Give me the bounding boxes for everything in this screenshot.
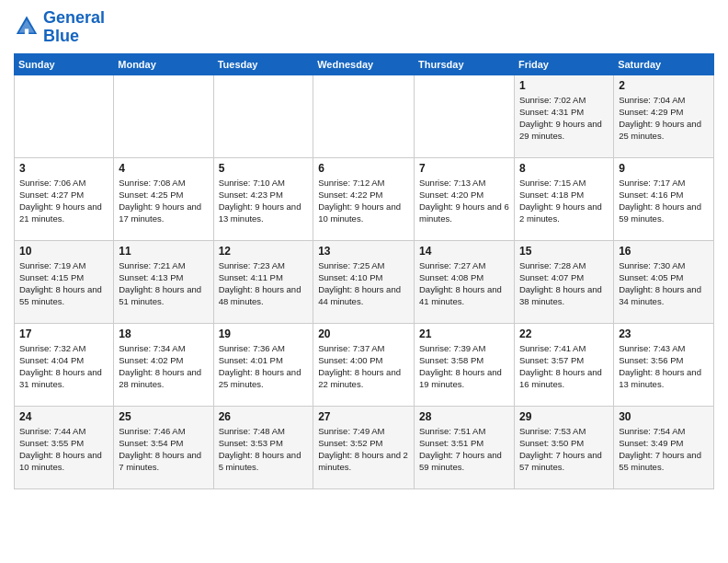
day-info: Sunrise: 7:28 AMSunset: 4:07 PMDaylight:… <box>519 259 609 308</box>
calendar-day-cell: 7Sunrise: 7:13 AMSunset: 4:20 PMDaylight… <box>415 157 515 240</box>
day-info: Sunrise: 7:12 AMSunset: 4:22 PMDaylight:… <box>318 177 409 225</box>
calendar-day-cell: 19Sunrise: 7:36 AMSunset: 4:01 PMDayligh… <box>213 323 313 406</box>
calendar-day-cell: 14Sunrise: 7:27 AMSunset: 4:08 PMDayligh… <box>415 240 515 323</box>
day-number: 6 <box>318 162 409 175</box>
calendar-day-cell: 12Sunrise: 7:23 AMSunset: 4:11 PMDayligh… <box>213 240 313 323</box>
day-number: 7 <box>419 162 509 175</box>
day-info: Sunrise: 7:10 AMSunset: 4:23 PMDaylight:… <box>219 177 309 225</box>
calendar-day-cell <box>15 75 114 157</box>
day-info: Sunrise: 7:37 AMSunset: 4:00 PMDaylight:… <box>318 342 409 391</box>
day-info: Sunrise: 7:34 AMSunset: 4:02 PMDaylight:… <box>119 342 208 391</box>
calendar-day-cell: 29Sunrise: 7:53 AMSunset: 3:50 PMDayligh… <box>514 406 613 488</box>
calendar-day-cell: 4Sunrise: 7:08 AMSunset: 4:25 PMDaylight… <box>114 157 213 240</box>
day-number: 14 <box>419 245 509 258</box>
calendar-day-cell: 22Sunrise: 7:41 AMSunset: 3:57 PMDayligh… <box>514 323 613 406</box>
day-info: Sunrise: 7:49 AMSunset: 3:52 PMDaylight:… <box>318 425 409 474</box>
calendar-week-row: 10Sunrise: 7:19 AMSunset: 4:15 PMDayligh… <box>15 240 714 323</box>
day-info: Sunrise: 7:41 AMSunset: 3:57 PMDaylight:… <box>519 342 609 391</box>
calendar-day-cell: 3Sunrise: 7:06 AMSunset: 4:27 PMDaylight… <box>15 157 114 240</box>
day-info: Sunrise: 7:43 AMSunset: 3:56 PMDaylight:… <box>619 342 709 391</box>
day-info: Sunrise: 7:53 AMSunset: 3:50 PMDaylight:… <box>519 425 609 474</box>
weekday-header: Sunday <box>15 53 114 75</box>
calendar-day-cell: 24Sunrise: 7:44 AMSunset: 3:55 PMDayligh… <box>15 406 114 488</box>
page-header: General Blue <box>14 9 714 46</box>
day-info: Sunrise: 7:27 AMSunset: 4:08 PMDaylight:… <box>419 259 509 308</box>
calendar-day-cell: 11Sunrise: 7:21 AMSunset: 4:13 PMDayligh… <box>114 240 213 323</box>
calendar-day-cell: 25Sunrise: 7:46 AMSunset: 3:54 PMDayligh… <box>114 406 213 488</box>
day-number: 10 <box>19 245 108 258</box>
day-info: Sunrise: 7:23 AMSunset: 4:11 PMDaylight:… <box>219 259 309 308</box>
day-number: 9 <box>619 162 709 175</box>
calendar-day-cell: 1Sunrise: 7:02 AMSunset: 4:31 PMDaylight… <box>514 75 613 157</box>
calendar-week-row: 1Sunrise: 7:02 AMSunset: 4:31 PMDaylight… <box>15 75 714 157</box>
day-number: 12 <box>219 245 309 258</box>
day-info: Sunrise: 7:25 AMSunset: 4:10 PMDaylight:… <box>318 259 409 308</box>
calendar-day-cell: 10Sunrise: 7:19 AMSunset: 4:15 PMDayligh… <box>15 240 114 323</box>
calendar-day-cell: 15Sunrise: 7:28 AMSunset: 4:07 PMDayligh… <box>514 240 613 323</box>
calendar-day-cell: 6Sunrise: 7:12 AMSunset: 4:22 PMDaylight… <box>313 157 415 240</box>
calendar-day-cell <box>313 75 415 157</box>
calendar-week-row: 24Sunrise: 7:44 AMSunset: 3:55 PMDayligh… <box>15 406 714 488</box>
day-info: Sunrise: 7:19 AMSunset: 4:15 PMDaylight:… <box>19 259 108 308</box>
day-info: Sunrise: 7:54 AMSunset: 3:49 PMDaylight:… <box>619 425 709 474</box>
calendar-day-cell: 17Sunrise: 7:32 AMSunset: 4:04 PMDayligh… <box>15 323 114 406</box>
day-info: Sunrise: 7:15 AMSunset: 4:18 PMDaylight:… <box>519 177 609 225</box>
day-number: 15 <box>519 245 609 258</box>
day-info: Sunrise: 7:48 AMSunset: 3:53 PMDaylight:… <box>219 425 309 474</box>
day-info: Sunrise: 7:36 AMSunset: 4:01 PMDaylight:… <box>219 342 309 391</box>
calendar-day-cell: 8Sunrise: 7:15 AMSunset: 4:18 PMDaylight… <box>514 157 613 240</box>
day-number: 18 <box>119 327 208 340</box>
calendar-day-cell: 21Sunrise: 7:39 AMSunset: 3:58 PMDayligh… <box>415 323 515 406</box>
weekday-header: Monday <box>114 53 213 75</box>
weekday-header: Friday <box>514 53 613 75</box>
day-number: 22 <box>519 327 609 340</box>
calendar-day-cell: 5Sunrise: 7:10 AMSunset: 4:23 PMDaylight… <box>213 157 313 240</box>
day-number: 20 <box>318 327 409 340</box>
day-number: 13 <box>318 245 409 258</box>
calendar-day-cell <box>213 75 313 157</box>
logo-icon <box>14 15 40 40</box>
calendar-header: SundayMondayTuesdayWednesdayThursdayFrid… <box>15 53 714 75</box>
day-info: Sunrise: 7:06 AMSunset: 4:27 PMDaylight:… <box>19 177 108 225</box>
calendar-day-cell: 20Sunrise: 7:37 AMSunset: 4:00 PMDayligh… <box>313 323 415 406</box>
day-info: Sunrise: 7:08 AMSunset: 4:25 PMDaylight:… <box>119 177 208 225</box>
day-number: 23 <box>619 327 709 340</box>
calendar-page: General Blue SundayMondayTuesdayWednesda… <box>0 0 728 563</box>
day-info: Sunrise: 7:30 AMSunset: 4:05 PMDaylight:… <box>619 259 709 308</box>
calendar-day-cell <box>114 75 213 157</box>
weekday-header: Wednesday <box>313 53 415 75</box>
day-info: Sunrise: 7:13 AMSunset: 4:20 PMDaylight:… <box>419 177 509 225</box>
calendar-day-cell: 2Sunrise: 7:04 AMSunset: 4:29 PMDaylight… <box>614 75 714 157</box>
calendar-day-cell: 9Sunrise: 7:17 AMSunset: 4:16 PMDaylight… <box>614 157 714 240</box>
day-number: 16 <box>619 245 709 258</box>
calendar-day-cell: 18Sunrise: 7:34 AMSunset: 4:02 PMDayligh… <box>114 323 213 406</box>
calendar-day-cell: 28Sunrise: 7:51 AMSunset: 3:51 PMDayligh… <box>415 406 515 488</box>
day-number: 19 <box>219 327 309 340</box>
day-info: Sunrise: 7:02 AMSunset: 4:31 PMDaylight:… <box>519 94 609 143</box>
svg-rect-2 <box>25 29 28 34</box>
calendar-day-cell: 26Sunrise: 7:48 AMSunset: 3:53 PMDayligh… <box>213 406 313 488</box>
day-number: 17 <box>19 327 108 340</box>
weekday-header: Thursday <box>415 53 515 75</box>
calendar-day-cell: 23Sunrise: 7:43 AMSunset: 3:56 PMDayligh… <box>614 323 714 406</box>
calendar-day-cell: 30Sunrise: 7:54 AMSunset: 3:49 PMDayligh… <box>614 406 714 488</box>
logo-text: General Blue <box>43 9 105 46</box>
calendar-day-cell: 27Sunrise: 7:49 AMSunset: 3:52 PMDayligh… <box>313 406 415 488</box>
calendar-week-row: 17Sunrise: 7:32 AMSunset: 4:04 PMDayligh… <box>15 323 714 406</box>
day-number: 25 <box>119 410 208 423</box>
weekday-header: Tuesday <box>213 53 313 75</box>
calendar-day-cell: 13Sunrise: 7:25 AMSunset: 4:10 PMDayligh… <box>313 240 415 323</box>
day-info: Sunrise: 7:44 AMSunset: 3:55 PMDaylight:… <box>19 425 108 474</box>
day-number: 21 <box>419 327 509 340</box>
day-info: Sunrise: 7:51 AMSunset: 3:51 PMDaylight:… <box>419 425 509 474</box>
day-number: 4 <box>119 162 208 175</box>
day-number: 26 <box>219 410 309 423</box>
day-number: 8 <box>519 162 609 175</box>
day-number: 27 <box>318 410 409 423</box>
day-number: 3 <box>19 162 108 175</box>
day-number: 2 <box>619 79 709 92</box>
day-info: Sunrise: 7:21 AMSunset: 4:13 PMDaylight:… <box>119 259 208 308</box>
calendar-body: 1Sunrise: 7:02 AMSunset: 4:31 PMDaylight… <box>15 75 714 488</box>
day-info: Sunrise: 7:39 AMSunset: 3:58 PMDaylight:… <box>419 342 509 391</box>
calendar-table: SundayMondayTuesdayWednesdayThursdayFrid… <box>14 53 714 489</box>
